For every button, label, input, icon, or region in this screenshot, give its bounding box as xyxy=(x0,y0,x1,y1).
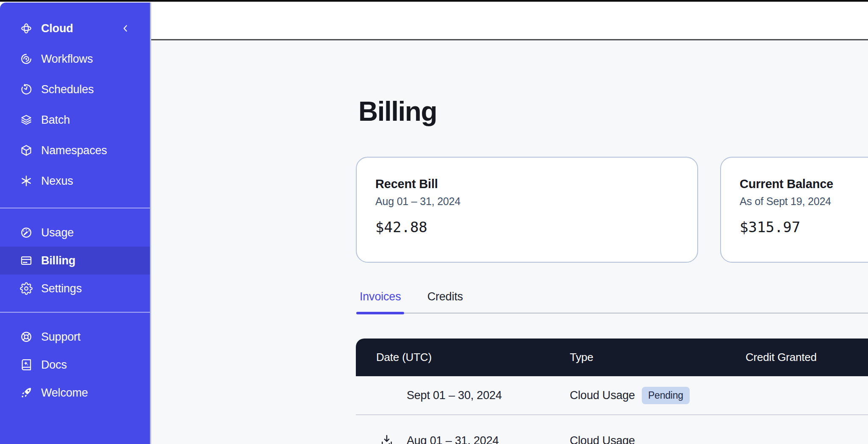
row-type-label: Cloud Usage xyxy=(570,389,635,402)
sidebar-item-label: Billing xyxy=(41,254,75,267)
docs-icon xyxy=(20,358,33,371)
workflows-icon xyxy=(20,53,33,65)
current-balance-card: Current Balance As of Sept 19, 2024 $315… xyxy=(720,157,868,263)
sidebar-group-account: Usage Billing xyxy=(0,208,150,302)
sidebar-item-batch[interactable]: Batch xyxy=(0,105,150,135)
row-type-label: Cloud Usage xyxy=(570,434,635,444)
row-type: Cloud Usage xyxy=(570,434,746,444)
sidebar: Cloud Workflows xyxy=(0,3,151,444)
sidebar-item-welcome[interactable]: Welcome xyxy=(0,379,150,407)
settings-icon xyxy=(20,282,33,295)
nexus-icon xyxy=(20,175,33,187)
sidebar-item-label: Namespaces xyxy=(41,144,107,157)
batch-icon xyxy=(20,114,33,126)
card-amount: $315.97 xyxy=(740,219,868,236)
tab-label: Credits xyxy=(427,290,463,303)
tab-label: Invoices xyxy=(360,290,401,303)
temporal-logo-icon xyxy=(20,22,33,35)
page-title: Billing xyxy=(358,96,437,127)
column-header-type: Type xyxy=(570,351,746,364)
card-subtitle: As of Sept 19, 2024 xyxy=(740,195,868,208)
sidebar-item-cloud[interactable]: Cloud xyxy=(0,13,150,44)
sidebar-item-label: Schedules xyxy=(41,83,94,96)
schedules-icon xyxy=(20,83,33,96)
sidebar-item-support[interactable]: Support xyxy=(0,323,150,351)
sidebar-item-label: Nexus xyxy=(41,175,73,188)
sidebar-item-namespaces[interactable]: Namespaces xyxy=(0,135,150,166)
card-title: Current Balance xyxy=(740,177,868,191)
sidebar-item-label: Settings xyxy=(41,282,82,295)
sidebar-item-label: Cloud xyxy=(41,22,73,35)
card-title: Recent Bill xyxy=(375,177,679,191)
tab-invoices[interactable]: Invoices xyxy=(356,287,404,314)
welcome-icon xyxy=(20,386,33,399)
sidebar-item-label: Batch xyxy=(41,114,70,127)
sidebar-item-nexus[interactable]: Nexus xyxy=(0,166,150,196)
summary-cards: Recent Bill Aug 01 – 31, 2024 $42.88 Cur… xyxy=(356,157,868,263)
sidebar-item-label: Support xyxy=(41,330,80,344)
billing-icon xyxy=(20,254,33,267)
row-type: Cloud Usage Pending xyxy=(570,387,746,404)
invoices-table: Date (UTC) Type Credit Granted Sept 01 –… xyxy=(356,339,868,444)
chevron-left-icon[interactable] xyxy=(119,22,131,34)
usage-icon xyxy=(20,226,33,239)
sidebar-item-usage[interactable]: Usage xyxy=(0,219,150,247)
sidebar-item-label: Docs xyxy=(41,358,67,372)
table-header: Date (UTC) Type Credit Granted xyxy=(356,339,868,376)
tab-credits[interactable]: Credits xyxy=(424,287,466,314)
column-header-credit-granted: Credit Granted xyxy=(746,351,868,364)
window-frame: Cloud Workflows xyxy=(0,0,868,444)
sidebar-item-label: Usage xyxy=(41,226,74,239)
sidebar-item-billing[interactable]: Billing xyxy=(0,247,150,275)
recent-bill-card: Recent Bill Aug 01 – 31, 2024 $42.88 xyxy=(356,157,698,263)
tabs: Invoices Credits xyxy=(356,287,868,314)
card-subtitle: Aug 01 – 31, 2024 xyxy=(375,195,679,208)
namespaces-icon xyxy=(20,144,33,157)
download-icon[interactable] xyxy=(380,433,394,444)
sidebar-item-label: Welcome xyxy=(41,386,88,400)
active-tab-underline xyxy=(356,312,404,314)
sidebar-item-schedules[interactable]: Schedules xyxy=(0,74,150,105)
card-amount: $42.88 xyxy=(375,219,679,236)
sidebar-group-product: Cloud Workflows xyxy=(0,3,150,196)
sidebar-item-settings[interactable]: Settings xyxy=(0,275,150,302)
sidebar-item-docs[interactable]: Docs xyxy=(0,351,150,379)
row-date: Sept 01 – 30, 2024 xyxy=(356,389,570,402)
table-row: Aug 01 – 31, 2024 Cloud Usage xyxy=(356,415,868,444)
support-icon xyxy=(20,330,33,343)
status-badge: Pending xyxy=(642,387,690,404)
sidebar-item-workflows[interactable]: Workflows xyxy=(0,44,150,74)
sidebar-group-help: Support Docs xyxy=(0,313,150,407)
column-header-date: Date (UTC) xyxy=(356,351,570,364)
sidebar-item-label: Workflows xyxy=(41,53,93,66)
table-row: Sept 01 – 30, 2024 Cloud Usage Pending xyxy=(356,376,868,415)
